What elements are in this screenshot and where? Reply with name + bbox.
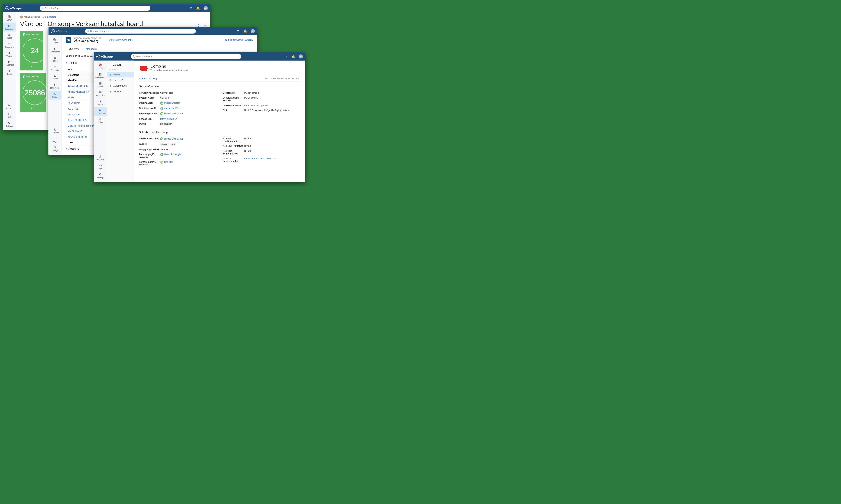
owner-chip[interactable]: Mikael Brostedt — [20, 16, 40, 18]
sidebar-item-tracker[interactable]: ▲Tracker — [48, 72, 61, 82]
view-billing-link[interactable]: View Billing Account ⌄ — [109, 38, 133, 41]
sidebar-item-tracker[interactable]: ▲Tracker — [3, 50, 16, 59]
copy-button[interactable]: ⎘Copy — [149, 77, 157, 80]
widget-2-footer: KPI — [23, 107, 44, 110]
sidebar-item-itservices[interactable]: ▶IT Services — [3, 59, 16, 68]
widget-2[interactable]: 📊Vård och Om 25086 KPI — [20, 73, 46, 112]
section-grundinformation: Grundinformation FörvaltningsobjektCentr… — [139, 85, 300, 126]
sidebar-item-discovery[interactable]: ◎Discovery — [48, 126, 61, 135]
panel-item-collaborators[interactable]: ⋔Collaborators — [107, 83, 134, 89]
sidebar-item-properties[interactable]: ▤Properties — [3, 40, 16, 50]
sidebar-item-tags[interactable]: 🏷Tags — [3, 111, 16, 120]
sidebar-item-settings[interactable]: ⚙Settings — [94, 171, 107, 180]
search-input[interactable] — [40, 6, 150, 11]
detail-value[interactable]: OROskar Rydengård — [160, 153, 216, 159]
dashboard-icon: ◧ — [53, 47, 56, 51]
arrow-left-icon: ← — [109, 64, 112, 66]
detail-value[interactable]: AOAlexander Olsson — [160, 107, 216, 110]
sidebar-item-dashboards[interactable]: ◧Dashboards — [3, 23, 16, 32]
brand-logo[interactable]: ⊙vScope — [96, 54, 113, 58]
sidebar-item-discovery[interactable]: ◎Discovery — [3, 102, 16, 111]
sidebar-item-billing[interactable]: $Billing — [3, 68, 16, 77]
sidebar-item-dashboards[interactable]: ◧Dashboards — [48, 46, 61, 54]
detail-value[interactable]: MBMikael Brostedt — [160, 102, 216, 105]
sidebar-item-library[interactable]: 📚Library — [94, 62, 107, 71]
sidebar-item-billing[interactable]: $Billing — [94, 116, 107, 125]
sidebar-item-properties[interactable]: ▤Properties — [48, 64, 61, 73]
brand-logo[interactable]: ⊙vScope — [51, 29, 67, 33]
detail-grid: FörvaltningsobjektCentralt stödSystem Na… — [139, 91, 300, 126]
bell-icon[interactable]: 🔔 — [196, 6, 200, 10]
detail-row: StatusI produktion — [139, 122, 216, 126]
discovery-icon: ◎ — [99, 155, 102, 158]
sidebar-item-settings[interactable]: ⚙Settings — [3, 120, 16, 129]
refresh-icon[interactable]: ↻ — [203, 24, 206, 27]
detail-value[interactable]: https://avtal.vscope.net — [244, 104, 300, 107]
help-icon[interactable]: ? — [189, 6, 193, 10]
sidebar-item-tables[interactable]: ▦Tables — [3, 32, 16, 40]
sidebar-item-tags[interactable]: 🏷Tags — [94, 162, 107, 172]
detail-value[interactable]: NQNikolai Qveflander — [160, 137, 216, 140]
sidebar-item-tables[interactable]: ▦Tables — [48, 54, 61, 64]
detail-value[interactable]: https://pulsen.se/ — [160, 118, 216, 121]
owner-avatar-icon — [20, 16, 23, 18]
go-back-button[interactable]: ←Go back — [107, 62, 134, 67]
detail-label: Länk till handlingsplan — [223, 157, 244, 163]
sidebar: 📚Library ◧Dashboards ▦Tables ▤Properties… — [94, 61, 107, 182]
panel-item-tracker[interactable]: ⊡Tracker (1) — [107, 77, 134, 83]
billing-settings-link[interactable]: ⚙Billing Account settings — [225, 38, 253, 41]
user-avatar[interactable]: AB — [299, 54, 303, 59]
bell-icon[interactable]: 🔔 — [291, 55, 295, 58]
sidebar-item-billing[interactable]: $Billing — [48, 91, 61, 100]
search-input[interactable] — [85, 29, 196, 34]
body: 📚Library ◧Dashboards ▦Tables ▤Properties… — [94, 61, 305, 182]
detail-label: Säkerhetsansvarig — [139, 137, 160, 140]
widget-1[interactable]: 📊Vård och Oms 24 K — [20, 31, 43, 70]
sidebar-item-library[interactable]: 📚Library — [3, 14, 16, 23]
members-link[interactable]: ⋔3 members — [42, 16, 56, 18]
detail-label: KLASSA Konfidentialitet — [223, 137, 244, 143]
sidebar-item-library[interactable]: 📚Library — [48, 37, 61, 46]
breadcrumb: Mikael Brostedt ⋔3 members — [20, 16, 206, 18]
sidebar-item-discovery[interactable]: ◎Discovery — [94, 153, 107, 162]
sidebar-item-tags[interactable]: 🏷Tags — [48, 135, 61, 144]
detail-actions: ✎Edit ⎘Copy Layout: Teknisk plattform Ou… — [139, 75, 300, 82]
help-icon[interactable]: ? — [284, 55, 288, 58]
help-icon[interactable]: ? — [236, 29, 240, 33]
itservice-detail-window: ⊙vScope 🔍 ? 🔔 AB 📚Library ◧Dashboards ▦T… — [94, 53, 305, 182]
search-container: 🔍 — [40, 6, 150, 11]
detail-label: Inloggningsmetod — [139, 148, 160, 151]
expand-icon[interactable]: ⛶ — [198, 24, 201, 27]
detail-value[interactable]: LHLina Hall — [160, 161, 216, 166]
sidebar-item-tables[interactable]: ▦Tables — [94, 80, 107, 89]
sidebar-item-settings[interactable]: ⚙Settings — [48, 144, 61, 153]
sidebar-item-dashboards[interactable]: ◧Dashboards — [94, 71, 107, 80]
sidebar-item-itservices[interactable]: ▶IT Services — [94, 107, 107, 116]
tables-icon: ▦ — [8, 33, 11, 37]
detail-row: FörvaltningsobjektCentralt stöd — [139, 91, 216, 95]
tab-manage[interactable]: Manage s — [83, 46, 100, 52]
search-container: 🔍 — [131, 54, 241, 59]
detail-row: Personuppgifts-ansvarigOROskar Rydengård — [139, 152, 216, 159]
detail-value[interactable]: NQNikolai Qveflander — [160, 112, 216, 115]
user-avatar[interactable]: AB — [203, 6, 208, 11]
brand-logo[interactable]: ⊙vScope — [5, 6, 22, 10]
detail-value: Nivå 3 — [244, 137, 300, 143]
tab-overview[interactable]: Overview — [66, 46, 83, 52]
edit-button[interactable]: ✎Edit — [139, 77, 146, 80]
detail-value[interactable]: https://sharepointco.vscope.net — [244, 157, 300, 163]
bell-icon[interactable]: 🔔 — [244, 29, 247, 33]
share-icon: ⋔ — [109, 84, 112, 87]
brand-text: vScope — [10, 6, 22, 10]
detail-value: Nivå 2: System med höga tillgänglighetsk… — [244, 109, 300, 112]
panel-item-details[interactable]: ▤Details — [107, 72, 134, 77]
panel-item-settings[interactable]: ⚙Settings — [107, 89, 134, 94]
sidebar-item-tracker[interactable]: ▲Tracker — [94, 98, 107, 107]
user-badge: NQ — [160, 112, 163, 115]
user-avatar[interactable]: AB — [251, 29, 255, 33]
sidebar-item-itservices[interactable]: ▶IT Services — [48, 82, 61, 91]
sidebar-item-properties[interactable]: ▤Properties — [94, 89, 107, 98]
search-input[interactable] — [131, 54, 241, 59]
star-icon[interactable]: ☆ — [193, 24, 196, 27]
detail-header: Combine Verksamhetsstöd för välfärdsomso… — [139, 64, 300, 73]
